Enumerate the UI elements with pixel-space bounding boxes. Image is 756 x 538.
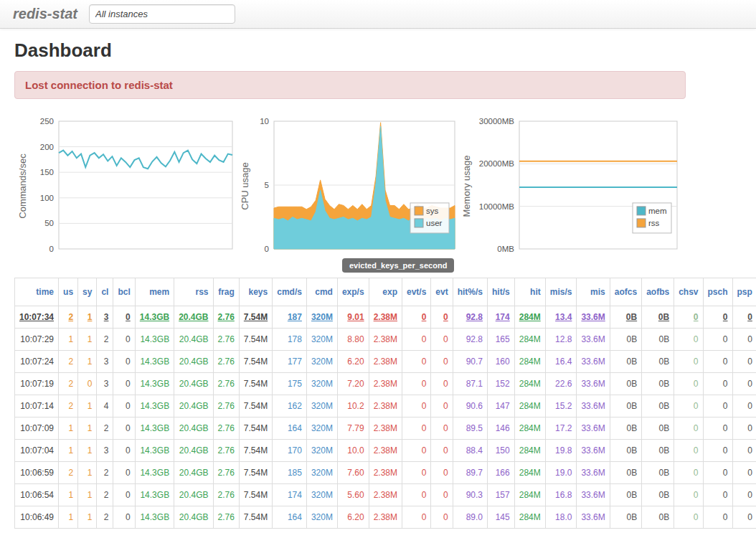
cell-aofbs: 0B [642, 462, 674, 484]
cell-hit: 284M [514, 484, 545, 506]
cell-evts: 0 [402, 373, 430, 395]
cell-aofcs: 0B [610, 462, 641, 484]
cell-chsv: 0 [674, 484, 703, 506]
cell-mem: 14.3GB [135, 373, 174, 395]
column-header-frag[interactable]: frag [213, 278, 239, 306]
content: Dashboard Lost connection to redis-stat … [0, 39, 756, 529]
cell-psp: 0 [732, 506, 756, 529]
column-header-hitps[interactable]: hit%/s [453, 278, 487, 306]
column-header-aofcs[interactable]: aofcs [610, 278, 641, 306]
cell-evt: 0 [431, 395, 453, 417]
cell-hitps: 92.8 [453, 306, 487, 329]
cell-mis: 33.6M [577, 351, 610, 373]
cell-evts: 0 [402, 417, 430, 440]
column-header-cmd[interactable]: cmd [306, 278, 337, 306]
cell-exp: 2.38M [369, 462, 402, 484]
table-row: 10:07:09112014.3GB20.4GB2.767.54M164320M… [15, 417, 756, 440]
cell-cmd: 320M [306, 462, 337, 484]
svg-text:10000MB: 10000MB [479, 202, 515, 211]
table-row: 10:06:54112014.3GB20.4GB2.767.54M174320M… [15, 484, 756, 506]
cell-keys: 7.54M [239, 395, 272, 417]
cell-evt: 0 [431, 351, 453, 373]
column-header-exps[interactable]: exp/s [337, 278, 369, 306]
cell-aofcs: 0B [610, 306, 641, 329]
cell-hitps: 89.7 [453, 462, 487, 484]
column-header-time[interactable]: time [15, 278, 59, 306]
cell-chsv: 0 [674, 462, 703, 484]
column-header-bcl[interactable]: bcl [113, 278, 135, 306]
cell-cmds: 187 [273, 306, 307, 329]
cell-aofbs: 0B [642, 484, 674, 506]
cell-sy: 1 [78, 417, 97, 440]
column-header-aofbs[interactable]: aofbs [642, 278, 674, 306]
cell-chsv: 0 [674, 306, 703, 329]
column-header-sy[interactable]: sy [78, 278, 97, 306]
column-header-cmds[interactable]: cmd/s [273, 278, 307, 306]
cell-rss: 20.4GB [174, 351, 213, 373]
instance-filter-input[interactable] [89, 4, 235, 24]
cell-cl: 3 [97, 351, 113, 373]
cell-psp: 0 [732, 440, 756, 462]
column-header-mem[interactable]: mem [135, 278, 174, 306]
cell-sy: 1 [78, 351, 97, 373]
cell-us: 2 [59, 351, 78, 373]
column-header-evts[interactable]: evt/s [402, 278, 430, 306]
y-axis-label: Commands/sec [14, 115, 30, 256]
cell-exps: 7.60 [337, 462, 369, 484]
brand-link[interactable]: redis-stat [13, 6, 77, 22]
cell-mis: 33.6M [577, 417, 610, 440]
cell-mem: 14.3GB [135, 462, 174, 484]
cell-miss: 18.0 [545, 506, 577, 529]
column-header-evt[interactable]: evt [431, 278, 453, 306]
cell-evt: 0 [431, 440, 453, 462]
column-header-us[interactable]: us [59, 278, 78, 306]
cell-miss: 19.8 [545, 440, 577, 462]
cell-hitps: 89.0 [453, 506, 487, 529]
cell-time: 10:07:29 [15, 329, 59, 351]
svg-text:mem: mem [648, 207, 667, 215]
cell-hit: 284M [514, 440, 545, 462]
column-header-keys[interactable]: keys [239, 278, 272, 306]
column-header-rss[interactable]: rss [174, 278, 213, 306]
table-row: 10:06:59212014.3GB20.4GB2.767.54M185320M… [15, 462, 756, 484]
cell-exp: 2.38M [369, 306, 402, 329]
cell-time: 10:07:14 [15, 395, 59, 417]
cell-exp: 2.38M [369, 506, 402, 529]
cell-psp: 0 [732, 484, 756, 506]
cell-evts: 0 [402, 351, 430, 373]
cell-cmds: 177 [273, 351, 307, 373]
y-axis-label-text: Memory usage [462, 155, 473, 217]
cell-time: 10:07:34 [15, 306, 59, 329]
column-header-hits[interactable]: hit/s [488, 278, 515, 306]
column-header-psp[interactable]: psp [732, 278, 756, 306]
cell-mem: 14.3GB [135, 329, 174, 351]
column-header-cl[interactable]: cl [97, 278, 113, 306]
cell-evts: 0 [402, 462, 430, 484]
column-header-psch[interactable]: psch [703, 278, 732, 306]
column-header-miss[interactable]: mis/s [545, 278, 577, 306]
cell-aofbs: 0B [642, 506, 674, 529]
cell-miss: 22.6 [545, 373, 577, 395]
cell-aofbs: 0B [642, 329, 674, 351]
column-header-chsv[interactable]: chsv [674, 278, 703, 306]
commands-per-sec-chart: Commands/sec 050100150200250 [14, 115, 237, 256]
cell-cl: 2 [97, 506, 113, 529]
cell-sy: 0 [78, 373, 97, 395]
svg-text:10: 10 [260, 117, 269, 126]
column-header-hit[interactable]: hit [514, 278, 545, 306]
column-header-exp[interactable]: exp [369, 278, 402, 306]
cell-aofbs: 0B [642, 373, 674, 395]
cell-psp: 0 [732, 462, 756, 484]
column-header-mis[interactable]: mis [577, 278, 610, 306]
cell-hit: 284M [514, 373, 545, 395]
svg-text:150: 150 [40, 168, 54, 176]
cell-hitps: 92.8 [453, 329, 487, 351]
table-row: 10:07:24213014.3GB20.4GB2.767.54M177320M… [15, 351, 756, 373]
cell-time: 10:07:24 [15, 351, 59, 373]
cell-chsv: 0 [674, 395, 703, 417]
cell-rss: 20.4GB [174, 462, 213, 484]
cell-cl: 2 [97, 484, 113, 506]
cell-sy: 1 [78, 329, 97, 351]
connection-alert: Lost connection to redis-stat [14, 71, 686, 99]
cell-evt: 0 [431, 373, 453, 395]
